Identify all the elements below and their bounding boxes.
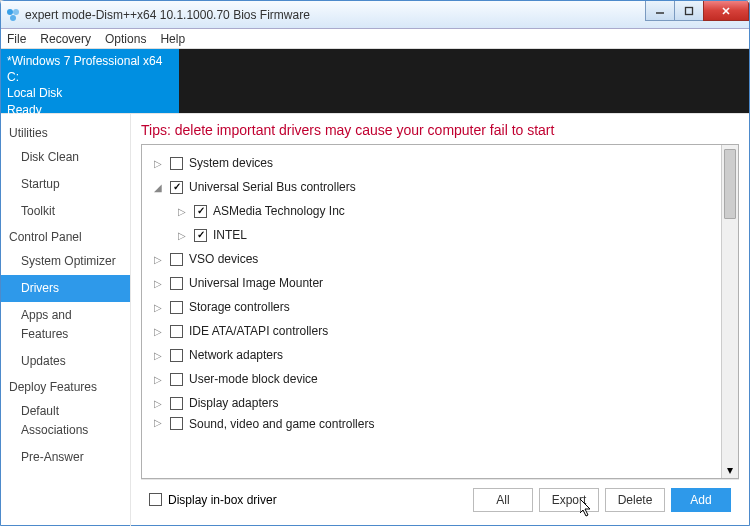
sidebar-head-control-panel: Control Panel <box>1 226 130 248</box>
tree-checkbox[interactable] <box>170 157 183 170</box>
all-button[interactable]: All <box>473 488 533 512</box>
expand-icon[interactable]: ▷ <box>176 206 188 217</box>
tree-node[interactable]: ▷ASMedia Technology Inc <box>142 199 721 223</box>
tree-checkbox[interactable] <box>170 301 183 314</box>
tree-node[interactable]: ▷Storage controllers <box>142 295 721 319</box>
tree-node-label: IDE ATA/ATAPI controllers <box>189 324 328 338</box>
sidebar-item-startup[interactable]: Startup <box>1 171 130 198</box>
minimize-button[interactable] <box>645 1 675 21</box>
sidebar-item-pre-answer[interactable]: Pre-Answer <box>1 444 130 471</box>
tree-checkbox[interactable] <box>170 417 183 430</box>
maximize-button[interactable] <box>674 1 704 21</box>
tree-node[interactable]: ▷VSO devices <box>142 247 721 271</box>
sidebar-head-utilities: Utilities <box>1 122 130 144</box>
app-window: expert mode-Dism++x64 10.1.1000.70 Bios … <box>0 0 750 526</box>
tree-node-label: INTEL <box>213 228 247 242</box>
expand-icon[interactable]: ▷ <box>152 374 164 385</box>
expand-icon[interactable]: ▷ <box>152 417 164 428</box>
tree-node-label: ASMedia Technology Inc <box>213 204 345 218</box>
export-button-label: Export <box>552 493 587 507</box>
session-info-panel[interactable]: *Windows 7 Professional x64 C: Local Dis… <box>1 49 179 113</box>
tree-node-label: Sound, video and game controllers <box>189 417 374 431</box>
session-os: *Windows 7 Professional x64 <box>7 53 173 69</box>
display-inbox-option[interactable]: Display in-box driver <box>149 493 277 507</box>
tree-node-label: System devices <box>189 156 273 170</box>
titlebar[interactable]: expert mode-Dism++x64 10.1.1000.70 Bios … <box>1 1 749 29</box>
window-buttons <box>646 1 749 21</box>
tree-node[interactable]: ▷Network adapters <box>142 343 721 367</box>
close-button[interactable] <box>703 1 749 21</box>
scroll-down-button[interactable]: ▾ <box>722 461 738 478</box>
tree-checkbox[interactable] <box>170 325 183 338</box>
svg-point-0 <box>7 9 13 15</box>
sidebar-item-default-associations[interactable]: Default Associations <box>1 398 130 444</box>
svg-rect-4 <box>686 7 693 14</box>
expand-icon[interactable]: ▷ <box>152 158 164 169</box>
expand-icon[interactable]: ▷ <box>152 398 164 409</box>
menubar: File Recovery Options Help <box>1 29 749 49</box>
tree-checkbox[interactable] <box>170 277 183 290</box>
tree-checkbox[interactable] <box>194 205 207 218</box>
menu-help[interactable]: Help <box>160 32 185 46</box>
tree-checkbox[interactable] <box>170 181 183 194</box>
expand-icon[interactable]: ▷ <box>152 326 164 337</box>
sidebar-item-toolkit[interactable]: Toolkit <box>1 198 130 225</box>
tree-checkbox[interactable] <box>170 349 183 362</box>
tree-node-label: Universal Serial Bus controllers <box>189 180 356 194</box>
tree-node-label: Network adapters <box>189 348 283 362</box>
scroll-thumb[interactable] <box>724 149 736 219</box>
sidebar: Utilities Disk Clean Startup Toolkit Con… <box>1 114 131 526</box>
tree-node[interactable]: ▷User-mode block device <box>142 367 721 391</box>
menu-options[interactable]: Options <box>105 32 146 46</box>
driver-tree-container: ▷System devices◢Universal Serial Bus con… <box>141 144 739 479</box>
bottom-bar: Display in-box driver All Export Delete … <box>141 479 739 519</box>
delete-button[interactable]: Delete <box>605 488 665 512</box>
window-title: expert mode-Dism++x64 10.1.1000.70 Bios … <box>25 8 310 22</box>
tree-node[interactable]: ▷Sound, video and game controllers <box>142 415 721 433</box>
driver-tree[interactable]: ▷System devices◢Universal Serial Bus con… <box>142 145 721 478</box>
svg-point-1 <box>13 9 19 15</box>
sidebar-item-apps-features[interactable]: Apps and Features <box>1 302 130 348</box>
tree-node-label: Storage controllers <box>189 300 290 314</box>
main-panel: Tips: delete important drivers may cause… <box>131 114 749 526</box>
expand-icon[interactable]: ◢ <box>152 182 164 193</box>
tree-node[interactable]: ◢Universal Serial Bus controllers <box>142 175 721 199</box>
tree-checkbox[interactable] <box>170 397 183 410</box>
tree-node[interactable]: ▷INTEL <box>142 223 721 247</box>
session-info-row: *Windows 7 Professional x64 C: Local Dis… <box>1 49 749 113</box>
tree-node-label: User-mode block device <box>189 372 318 386</box>
expand-icon[interactable]: ▷ <box>152 254 164 265</box>
tree-node-label: Universal Image Mounter <box>189 276 323 290</box>
export-button[interactable]: Export <box>539 488 599 512</box>
tree-checkbox[interactable] <box>170 253 183 266</box>
warning-tip: Tips: delete important drivers may cause… <box>141 122 739 138</box>
session-drive-letter: C: <box>7 69 173 85</box>
sidebar-item-drivers[interactable]: Drivers <box>1 275 130 302</box>
tree-node[interactable]: ▷IDE ATA/ATAPI controllers <box>142 319 721 343</box>
tree-node[interactable]: ▷System devices <box>142 151 721 175</box>
tree-checkbox[interactable] <box>170 373 183 386</box>
expand-icon[interactable]: ▷ <box>176 230 188 241</box>
expand-icon[interactable]: ▷ <box>152 302 164 313</box>
session-dark-area <box>179 49 749 113</box>
tree-checkbox[interactable] <box>194 229 207 242</box>
tree-node[interactable]: ▷Universal Image Mounter <box>142 271 721 295</box>
session-drive-name: Local Disk <box>7 85 173 101</box>
expand-icon[interactable]: ▷ <box>152 278 164 289</box>
sidebar-head-deploy: Deploy Features <box>1 376 130 398</box>
menu-recovery[interactable]: Recovery <box>40 32 91 46</box>
svg-point-2 <box>10 15 16 21</box>
scrollbar[interactable]: ▴ ▾ <box>721 145 738 478</box>
expand-icon[interactable]: ▷ <box>152 350 164 361</box>
body: Utilities Disk Clean Startup Toolkit Con… <box>1 113 749 526</box>
sidebar-item-system-optimizer[interactable]: System Optimizer <box>1 248 130 275</box>
display-inbox-checkbox[interactable] <box>149 493 162 506</box>
menu-file[interactable]: File <box>7 32 26 46</box>
tree-node-label: Display adapters <box>189 396 278 410</box>
tree-node-label: VSO devices <box>189 252 258 266</box>
sidebar-item-updates[interactable]: Updates <box>1 348 130 375</box>
add-button[interactable]: Add <box>671 488 731 512</box>
sidebar-item-disk-clean[interactable]: Disk Clean <box>1 144 130 171</box>
tree-node[interactable]: ▷Display adapters <box>142 391 721 415</box>
app-icon <box>5 7 21 23</box>
